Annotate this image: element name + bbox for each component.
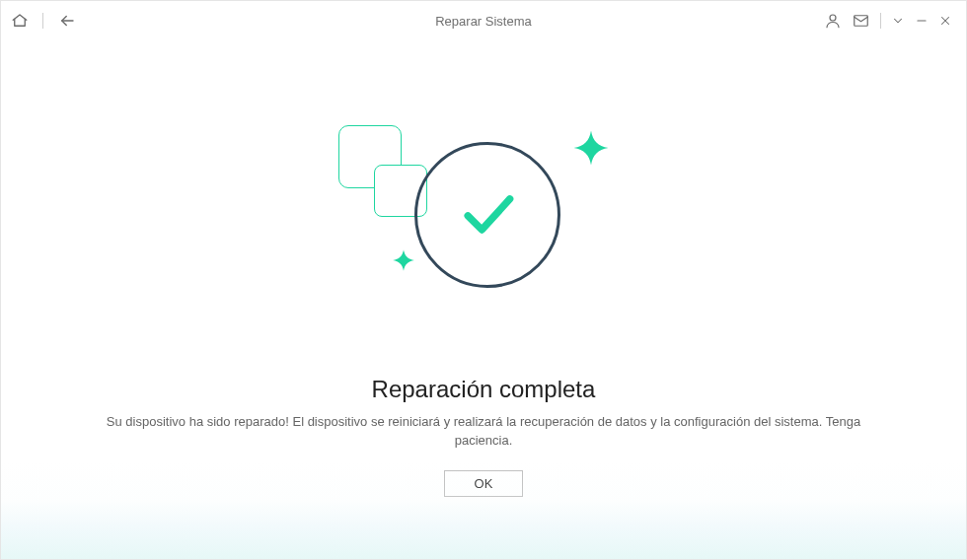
main-content: Reparación completa Su dispositivo ha si…: [1, 40, 966, 497]
svg-rect-1: [855, 16, 868, 27]
mail-icon[interactable]: [852, 12, 870, 30]
titlebar: Reparar Sistema: [1, 1, 966, 40]
home-icon[interactable]: [11, 12, 29, 30]
status-description: Su dispositivo ha sido reparado! El disp…: [79, 413, 888, 451]
window-title: Reparar Sistema: [435, 14, 532, 29]
chevron-down-icon[interactable]: [891, 14, 905, 28]
status-heading: Reparación completa: [372, 376, 596, 403]
minimize-icon[interactable]: [915, 14, 929, 28]
account-icon[interactable]: [824, 12, 842, 30]
sparkle-icon-small: [391, 247, 416, 277]
success-illustration: [316, 119, 651, 326]
close-icon[interactable]: [938, 14, 952, 28]
checkmark-icon: [454, 179, 521, 250]
titlebar-right-controls: [824, 1, 952, 40]
sparkle-icon: [570, 127, 612, 173]
ok-button[interactable]: OK: [444, 470, 524, 497]
success-circle: [414, 142, 560, 288]
svg-point-0: [830, 15, 836, 21]
back-icon[interactable]: [57, 12, 77, 30]
titlebar-divider: [42, 13, 43, 29]
titlebar-left-controls: [11, 1, 77, 40]
titlebar-divider-2: [880, 13, 881, 29]
